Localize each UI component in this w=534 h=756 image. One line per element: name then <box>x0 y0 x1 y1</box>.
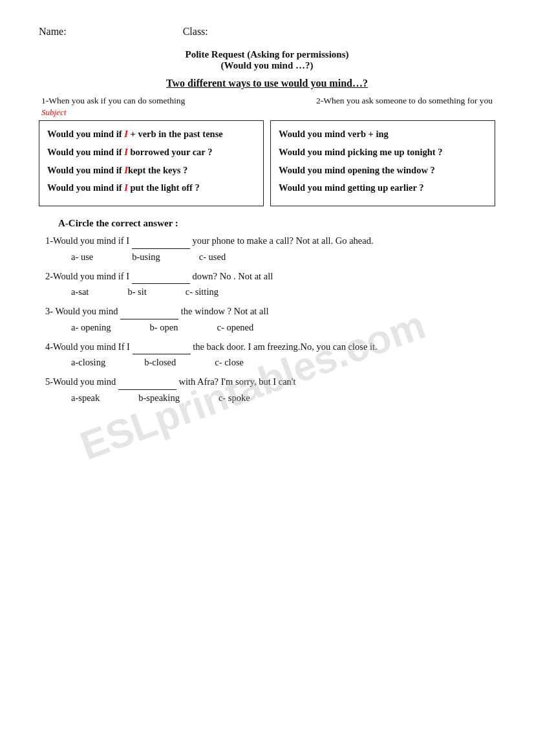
q3-blank <box>120 305 178 319</box>
title-sub: (Would you mind …?) <box>39 60 495 71</box>
q1-opt-c: c- used <box>199 250 226 265</box>
q5-text: 5-Would you mind with Afra? I'm sorry, b… <box>45 375 495 390</box>
q5-blank <box>118 375 176 390</box>
q2-blank <box>132 270 190 285</box>
col-labels: 1-When you ask if you can do something 2… <box>39 96 495 106</box>
right-box-line-4: Would you mind getting up earlier ? <box>279 181 487 195</box>
exercise-section: A-Circle the correct answer : 1-Would yo… <box>39 218 495 405</box>
title-main: Polite Request (Asking for permissions) <box>39 49 495 60</box>
left-box: Would you mind if I + verb in the past t… <box>39 120 264 206</box>
q1-options: a- use b-using c- used <box>71 250 495 265</box>
header-row: Name: Class: <box>39 26 495 38</box>
exercise-title: A-Circle the correct answer : <box>58 218 495 229</box>
left-box-line-2: Would you mind if I borrowed your car ? <box>47 146 255 160</box>
left-col-label: 1-When you ask if you can do something <box>41 96 185 106</box>
left-box-line-1: Would you mind if I + verb in the past t… <box>47 127 255 142</box>
q4-options: a-closing b-closed c- close <box>71 356 495 370</box>
q1-opt-a: a- use <box>71 250 93 265</box>
subject-label: Subject <box>41 107 495 118</box>
q3-opt-a: a- opening <box>71 321 111 335</box>
right-col-label: 2-When you ask someone to do something f… <box>316 96 493 106</box>
q5-opt-c: c- spoke <box>219 391 250 405</box>
q2-opt-c: c- sitting <box>186 285 219 299</box>
section-heading: Two different ways to use would you mind… <box>39 78 495 89</box>
boxes-row: Would you mind if I + verb in the past t… <box>39 120 495 206</box>
q1-blank <box>132 234 190 249</box>
left-box-line-4: Would you mind if I put the light off ? <box>47 181 255 195</box>
q4-text: 4-Would you mind If I the back door. I a… <box>45 340 495 355</box>
q3-text: 3- Would you mind the window ? Not at al… <box>45 305 495 319</box>
q3-opt-b: b- open <box>150 321 178 335</box>
q2-options: a-sat b- sit c- sitting <box>71 285 495 299</box>
q4-opt-a: a-closing <box>71 356 105 370</box>
q5-opt-a: a-speak <box>71 391 100 405</box>
q2-opt-b: b- sit <box>127 285 146 299</box>
question-1: 1-Would you mind if I your phone to make… <box>39 234 495 265</box>
right-box-line-3: Would you mind opening the window ? <box>279 164 487 178</box>
q3-opt-c: c- opened <box>217 321 254 335</box>
name-label: Name: <box>39 26 67 38</box>
class-label: Class: <box>183 26 208 38</box>
q4-blank <box>133 340 191 355</box>
right-box: Would you mind verb + ing Would you mind… <box>270 120 495 206</box>
right-box-line-2: Would you mind picking me up tonight ? <box>279 146 487 160</box>
q2-opt-a: a-sat <box>71 285 89 299</box>
question-3: 3- Would you mind the window ? Not at al… <box>39 305 495 335</box>
q4-opt-b: b-closed <box>144 356 176 370</box>
title-section: Polite Request (Asking for permissions) … <box>39 49 495 71</box>
q1-text: 1-Would you mind if I your phone to make… <box>45 234 495 249</box>
left-box-line-3: Would you mind if Ikept the keys ? <box>47 164 255 178</box>
question-2: 2-Would you mind if I down? No . Not at … <box>39 270 495 300</box>
q5-opt-b: b-speaking <box>138 391 180 405</box>
q2-text: 2-Would you mind if I down? No . Not at … <box>45 270 495 285</box>
q5-options: a-speak b-speaking c- spoke <box>71 391 495 405</box>
right-box-line-1: Would you mind verb + ing <box>279 127 487 142</box>
q4-opt-c: c- close <box>215 356 244 370</box>
q3-options: a- opening b- open c- opened <box>71 321 495 335</box>
question-5: 5-Would you mind with Afra? I'm sorry, b… <box>39 375 495 405</box>
question-4: 4-Would you mind If I the back door. I a… <box>39 340 495 371</box>
q1-opt-b: b-using <box>132 250 160 265</box>
